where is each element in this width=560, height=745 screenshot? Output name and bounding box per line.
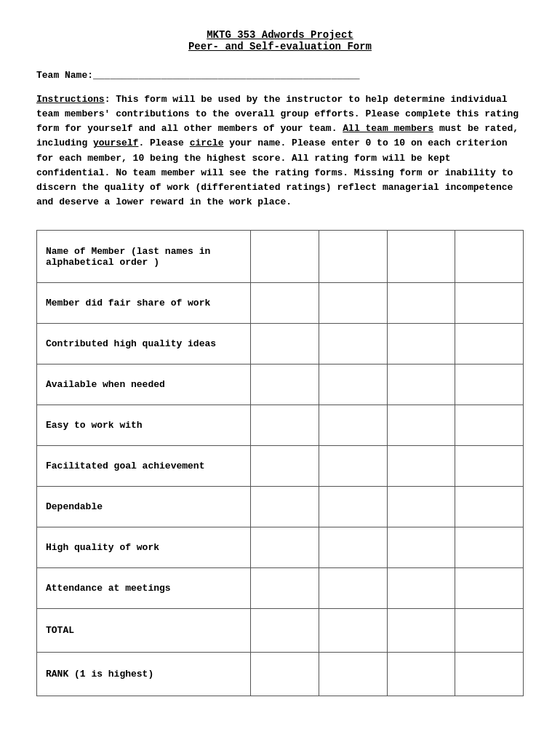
table-row: RANK (1 is highest) (37, 653, 524, 696)
criterion-cell: Dependable (37, 487, 251, 527)
data-cell[interactable] (455, 527, 524, 568)
data-cell[interactable] (455, 405, 524, 446)
data-cell[interactable] (251, 568, 319, 609)
criterion-cell: Available when needed (37, 364, 251, 405)
data-cell[interactable] (251, 283, 319, 324)
data-cell[interactable] (319, 283, 388, 324)
data-cell[interactable] (387, 364, 455, 405)
table-row: Dependable (37, 487, 524, 527)
team-name-label: Team Name:______________________________… (36, 70, 360, 81)
data-cell[interactable] (319, 527, 388, 568)
data-cell[interactable] (455, 653, 524, 696)
table-row: Facilitated goal achievement (37, 446, 524, 487)
criterion-cell: High quality of work (37, 527, 251, 568)
data-cell[interactable] (319, 405, 388, 446)
table-row: High quality of work (37, 527, 524, 568)
data-cell[interactable] (251, 364, 319, 405)
title-line2: Peer- and Self-evaluation Form (36, 41, 524, 52)
data-cell[interactable] (455, 231, 524, 283)
data-cell[interactable] (387, 653, 455, 696)
table-row: Name of Member (last names in alphabetic… (37, 231, 524, 283)
criterion-cell: RANK (1 is highest) (37, 653, 251, 696)
instructions-intro: Instructions: This form will be used by … (36, 94, 519, 207)
criterion-cell: Member did fair share of work (37, 283, 251, 324)
data-cell[interactable] (319, 324, 388, 364)
table-row: Member did fair share of work (37, 283, 524, 324)
data-cell[interactable] (387, 487, 455, 527)
data-cell[interactable] (251, 324, 319, 364)
data-cell[interactable] (455, 283, 524, 324)
data-cell[interactable] (319, 487, 388, 527)
title-line1: MKTG 353 Adwords Project (36, 29, 524, 41)
data-cell[interactable] (387, 446, 455, 487)
data-cell[interactable] (387, 231, 455, 283)
table-row: Available when needed (37, 364, 524, 405)
criterion-cell: Easy to work with (37, 405, 251, 446)
data-cell[interactable] (251, 609, 319, 653)
data-cell[interactable] (387, 609, 455, 653)
criterion-cell: Name of Member (last names in alphabetic… (37, 231, 251, 283)
data-cell[interactable] (455, 324, 524, 364)
data-cell[interactable] (455, 364, 524, 405)
data-cell[interactable] (251, 405, 319, 446)
table-row: Easy to work with (37, 405, 524, 446)
evaluation-table: Name of Member (last names in alphabetic… (36, 230, 524, 696)
data-cell[interactable] (319, 653, 388, 696)
data-cell[interactable] (387, 283, 455, 324)
data-cell[interactable] (387, 405, 455, 446)
criterion-cell: Contributed high quality ideas (37, 324, 251, 364)
data-cell[interactable] (319, 609, 388, 653)
table-row: TOTAL (37, 609, 524, 653)
criterion-cell: Facilitated goal achievement (37, 446, 251, 487)
data-cell[interactable] (455, 568, 524, 609)
data-cell[interactable] (455, 487, 524, 527)
data-cell[interactable] (251, 446, 319, 487)
data-cell[interactable] (251, 231, 319, 283)
table-row: Attendance at meetings (37, 568, 524, 609)
instructions-text: Instructions: This form will be used by … (36, 92, 524, 210)
data-cell[interactable] (251, 487, 319, 527)
data-cell[interactable] (319, 231, 388, 283)
data-cell[interactable] (387, 324, 455, 364)
data-cell[interactable] (251, 653, 319, 696)
criterion-cell: Attendance at meetings (37, 568, 251, 609)
data-cell[interactable] (251, 527, 319, 568)
page-title: MKTG 353 Adwords Project Peer- and Self-… (36, 29, 524, 52)
data-cell[interactable] (387, 568, 455, 609)
data-cell[interactable] (387, 527, 455, 568)
table-row: Contributed high quality ideas (37, 324, 524, 364)
data-cell[interactable] (319, 446, 388, 487)
data-cell[interactable] (455, 446, 524, 487)
data-cell[interactable] (455, 609, 524, 653)
data-cell[interactable] (319, 364, 388, 405)
data-cell[interactable] (319, 568, 388, 609)
team-name-row: Team Name:______________________________… (36, 70, 524, 81)
criterion-cell: TOTAL (37, 609, 251, 653)
